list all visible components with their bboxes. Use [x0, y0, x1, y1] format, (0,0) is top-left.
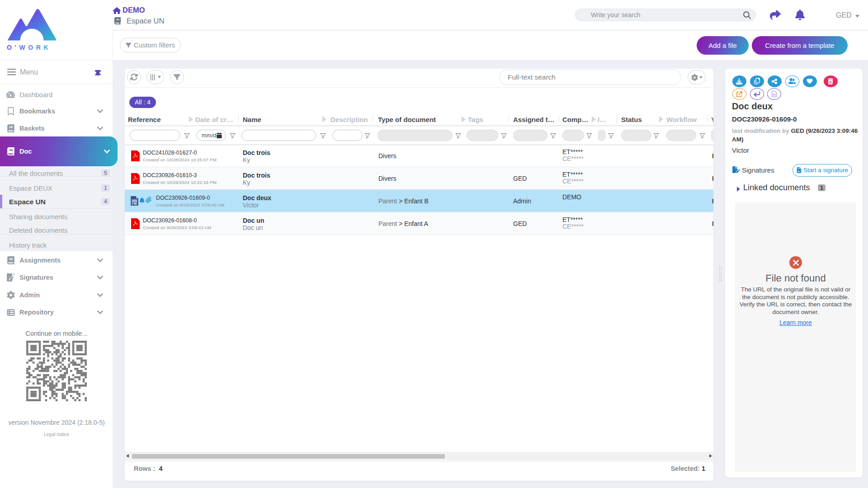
svg-text:O'WORK: O'WORK — [7, 44, 51, 50]
svg-text:W: W — [134, 202, 137, 206]
